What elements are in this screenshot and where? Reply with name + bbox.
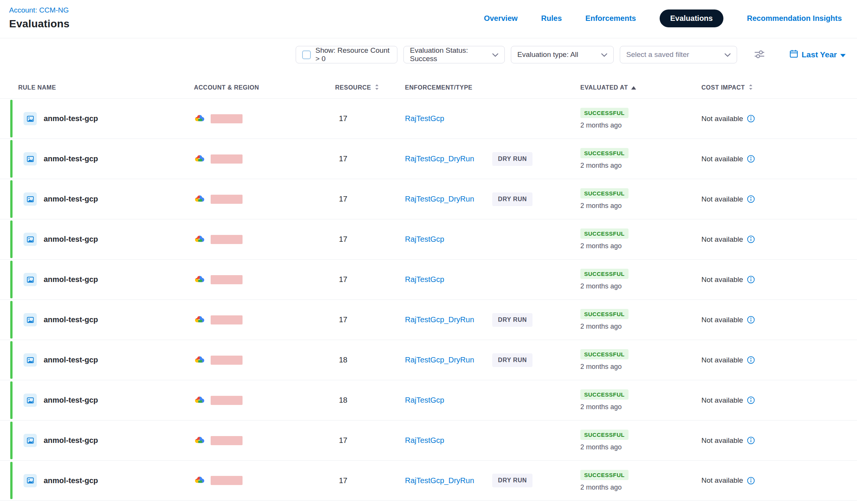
account-name-redacted [211,396,243,405]
rule-icon [24,474,37,487]
resource-count-filter[interactable]: Show: Resource Count > 0 [296,46,397,63]
saved-filter-dropdown[interactable]: Select a saved filter [620,46,737,63]
rule-name-cell: anmol-test-gcp [18,474,194,487]
table-row[interactable]: anmol-test-gcp [0,420,857,460]
status-badge: SUCCESSFUL [580,430,629,440]
cost-impact-cell: Not available [701,436,842,445]
resource-count: 17 [335,235,405,244]
filter-settings-button[interactable] [754,49,765,60]
rule-icon [24,152,37,165]
top-nav: Overview Rules Enforcements Evaluations … [484,9,842,27]
date-range-button[interactable]: Last Year [789,49,846,60]
cost-impact-cell: Not available [701,356,842,364]
evaluated-time: 2 months ago [580,242,622,250]
info-icon[interactable] [747,436,755,444]
enforcement-link[interactable]: RajTestGcp [405,396,492,405]
table-row[interactable]: anmol-test-gcp [0,259,857,299]
info-icon[interactable] [747,235,755,243]
gcp-icon [194,154,205,164]
enforcement-cell: RajTestGcp_DryRun DRY RUN [405,152,580,166]
enforcement-link[interactable]: RajTestGcp_DryRun [405,356,492,364]
enforcement-link[interactable]: RajTestGcp_DryRun [405,476,492,485]
gcp-icon [194,395,205,405]
rule-name-cell: anmol-test-gcp [18,152,194,165]
cost-impact-value: Not available [701,195,743,203]
rule-name-cell: anmol-test-gcp [18,273,194,286]
resource-count-checkbox[interactable] [302,50,311,59]
enforcement-link[interactable]: RajTestGcp [405,235,492,244]
resource-count: 17 [335,114,405,123]
gcp-icon [194,436,205,446]
column-header-resource[interactable]: RESOURCE [335,84,405,92]
tab-evaluations[interactable]: Evaluations [660,9,723,27]
table-row[interactable]: anmol-test-gcp [0,139,857,179]
saved-filter-placeholder: Select a saved filter [626,50,689,59]
sort-asc-icon[interactable] [631,84,636,91]
column-label: EVALUATED AT [580,84,628,91]
info-icon[interactable] [747,356,755,364]
sort-icon[interactable] [748,84,753,92]
rule-name-cell: anmol-test-gcp [18,233,194,246]
table-row[interactable]: anmol-test-gcp [0,219,857,259]
enforcement-link[interactable]: RajTestGcp_DryRun [405,195,492,203]
info-icon[interactable] [747,396,755,404]
rule-name: anmol-test-gcp [44,476,98,485]
info-icon[interactable] [747,155,755,163]
table-row[interactable]: anmol-test-gcp [0,179,857,219]
info-icon[interactable] [747,477,755,485]
info-icon[interactable] [747,316,755,324]
column-header-rule-name: RULE NAME [18,84,194,91]
info-icon[interactable] [747,115,755,123]
chevron-down-icon [492,50,498,59]
evaluated-at-cell: SUCCESSFUL 2 months ago [580,389,701,411]
column-header-evaluated-at[interactable]: EVALUATED AT [580,84,701,91]
rule-name-cell: anmol-test-gcp [18,353,194,367]
account-breadcrumb[interactable]: Account: CCM-NG [9,6,69,14]
rule-name-cell: anmol-test-gcp [18,394,194,407]
dry-run-badge: DRY RUN [492,152,532,166]
column-header-cost-impact[interactable]: COST IMPACT [701,84,842,92]
evaluated-at-cell: SUCCESSFUL 2 months ago [580,148,701,170]
evaluation-type-dropdown[interactable]: Evaluation type: All [511,46,614,63]
enforcement-link[interactable]: RajTestGcp [405,275,492,284]
enforcement-cell: RajTestGcp [405,114,580,123]
status-badge: SUCCESSFUL [580,470,629,480]
enforcement-link[interactable]: RajTestGcp_DryRun [405,315,492,324]
status-badge: SUCCESSFUL [580,148,629,158]
row-success-bar [10,462,13,499]
table-row[interactable]: anmol-test-gcp [0,460,857,501]
table-row[interactable]: anmol-test-gcp [0,340,857,380]
table-row[interactable]: anmol-test-gcp [0,98,857,139]
tab-rules[interactable]: Rules [541,14,562,23]
rule-name: anmol-test-gcp [44,315,98,324]
enforcement-link[interactable]: RajTestGcp [405,114,492,123]
gcp-icon [194,355,205,365]
account-name-redacted [211,315,243,324]
enforcement-link[interactable]: RajTestGcp_DryRun [405,154,492,163]
cost-impact-cell: Not available [701,195,842,203]
cost-impact-cell: Not available [701,115,842,123]
gcp-icon [194,476,205,485]
evaluation-status-value: Evaluation Status: Success [410,46,488,63]
sort-icon[interactable] [375,84,379,92]
row-success-bar [10,220,13,258]
status-badge: SUCCESSFUL [580,389,629,400]
enforcement-cell: RajTestGcp [405,275,580,284]
chevron-down-icon [725,50,731,59]
resource-count: 17 [335,436,405,445]
tab-recommendation-insights[interactable]: Recommendation Insights [747,14,842,23]
info-icon[interactable] [747,276,755,284]
table-row[interactable]: anmol-test-gcp [0,380,857,420]
cost-impact-cell: Not available [701,476,842,485]
rule-icon [24,353,37,367]
info-icon[interactable] [747,195,755,203]
evaluations-page: Account: CCM-NG Evaluations Overview Rul… [0,0,857,501]
evaluation-status-dropdown[interactable]: Evaluation Status: Success [403,46,505,63]
evaluated-time: 2 months ago [580,121,622,129]
cost-impact-value: Not available [701,356,743,364]
table-row[interactable]: anmol-test-gcp [0,299,857,340]
evaluated-at-cell: SUCCESSFUL 2 months ago [580,228,701,250]
enforcement-link[interactable]: RajTestGcp [405,436,492,445]
tab-overview[interactable]: Overview [484,14,518,23]
tab-enforcements[interactable]: Enforcements [585,14,636,23]
